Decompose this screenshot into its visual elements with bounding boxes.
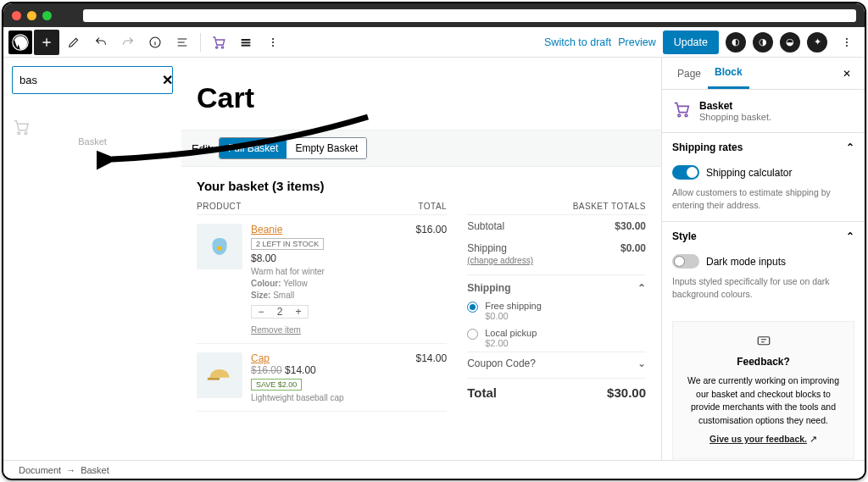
minimize-window-icon[interactable]: [27, 11, 36, 20]
cart-item: Beanie 2 LEFT IN STOCK $8.00 Warm hat fo…: [197, 215, 447, 344]
product-name-link[interactable]: Beanie: [251, 224, 396, 235]
chevron-up-icon: ⌃: [846, 230, 854, 242]
product-price: $14.00: [285, 364, 316, 376]
product-desc: Warm hat for winter: [251, 267, 396, 276]
switch-to-draft-link[interactable]: Switch to draft: [544, 36, 611, 48]
shipping-option[interactable]: Local pickup$2.00: [467, 324, 646, 352]
chevron-right-icon: →: [66, 465, 75, 475]
maximize-window-icon[interactable]: [42, 11, 52, 20]
stock-badge: 2 LEFT IN STOCK: [251, 238, 324, 250]
help-text: Allow customers to estimate shipping by …: [672, 186, 854, 211]
update-button[interactable]: Update: [663, 30, 719, 54]
badge-icon[interactable]: ◐: [726, 32, 746, 53]
save-badge: SAVE $2.00: [251, 379, 302, 391]
full-basket-tab[interactable]: Full Basket: [220, 138, 287, 158]
svg-point-13: [18, 132, 20, 135]
more-options-icon[interactable]: [260, 30, 286, 55]
product-name-link[interactable]: Cap: [251, 352, 396, 364]
editor-canvas[interactable]: Cart Edit: Full Basket Empty Basket Your…: [181, 58, 661, 460]
svg-rect-5: [242, 42, 251, 43]
feedback-link[interactable]: Give us your feedback.: [709, 434, 807, 444]
remove-item-link[interactable]: Remove item: [251, 325, 301, 335]
col-total-header: TOTAL: [418, 202, 447, 211]
svg-point-8: [272, 41, 274, 42]
svg-point-11: [846, 41, 848, 42]
svg-rect-16: [208, 378, 220, 380]
product-thumb[interactable]: [197, 224, 242, 269]
page-title[interactable]: Cart: [181, 58, 661, 130]
align-icon[interactable]: [233, 30, 259, 55]
undo-button[interactable]: [88, 30, 114, 55]
preview-link[interactable]: Preview: [618, 36, 655, 48]
breadcrumb[interactable]: Document → Basket: [3, 460, 865, 479]
cart-block-icon[interactable]: [206, 30, 231, 55]
outline-icon[interactable]: [170, 30, 195, 55]
empty-basket-tab[interactable]: Empty Basket: [287, 138, 366, 158]
coupon-toggle[interactable]: Coupon Code?: [467, 357, 536, 369]
shipping-option[interactable]: Free shipping$0.00: [467, 297, 646, 324]
edit-label: Edit:: [192, 142, 214, 155]
svg-point-7: [272, 37, 274, 39]
shipping-calc-toggle[interactable]: [672, 165, 699, 180]
dark-mode-toggle[interactable]: [672, 254, 699, 269]
block-result-label: Basket: [12, 136, 173, 147]
svg-rect-15: [217, 247, 222, 250]
badge-icon[interactable]: ◑: [753, 32, 773, 53]
svg-point-14: [25, 132, 27, 135]
svg-rect-6: [242, 44, 251, 46]
product-thumb[interactable]: [197, 352, 242, 398]
edit-icon[interactable]: [61, 30, 86, 55]
qty-minus-button[interactable]: −: [252, 306, 270, 318]
help-text: Inputs styled specifically for use on da…: [672, 275, 854, 300]
info-icon[interactable]: [142, 30, 168, 55]
svg-rect-4: [242, 39, 251, 41]
was-price: $16.00: [251, 364, 282, 376]
search-field[interactable]: [19, 74, 162, 86]
clear-search-icon[interactable]: ✕: [162, 72, 173, 88]
wordpress-logo[interactable]: [8, 30, 32, 54]
editor-toolbar: Switch to draft Preview Update ◐ ◑ ◒ ✦: [3, 27, 865, 58]
add-block-button[interactable]: [34, 30, 59, 55]
block-search-input[interactable]: ✕: [12, 66, 173, 94]
svg-point-18: [685, 114, 687, 117]
close-window-icon[interactable]: [12, 11, 21, 20]
section-style[interactable]: Style⌃: [662, 222, 865, 251]
basket-heading: Your basket (3 items): [197, 179, 646, 193]
shipping-section-toggle[interactable]: Shipping⌃: [467, 279, 646, 297]
radio-selected-icon[interactable]: [467, 302, 478, 313]
svg-point-12: [846, 44, 848, 46]
svg-rect-19: [758, 337, 770, 345]
address-bar[interactable]: [83, 9, 856, 22]
tab-block[interactable]: Block: [708, 58, 749, 89]
col-product-header: PRODUCT: [197, 202, 418, 211]
kebab-menu-icon[interactable]: [834, 30, 860, 55]
svg-point-10: [846, 37, 848, 39]
feedback-icon: [756, 334, 771, 349]
qty-value: 2: [270, 306, 289, 318]
chevron-down-icon: ⌄: [637, 357, 646, 369]
svg-point-3: [221, 46, 223, 47]
radio-icon[interactable]: [467, 329, 478, 340]
line-total: $14.00: [404, 352, 447, 402]
chevron-up-icon: ⌃: [846, 141, 854, 153]
svg-point-2: [216, 46, 218, 47]
settings-sidebar: Page Block ✕ Basket Shopping basket. Shi…: [661, 58, 865, 460]
basket-block-icon: [672, 100, 691, 119]
quantity-stepper[interactable]: − 2 +: [251, 305, 309, 319]
redo-button[interactable]: [115, 30, 141, 55]
change-address-link[interactable]: (change address): [467, 256, 533, 265]
qty-plus-button[interactable]: +: [289, 306, 308, 318]
cart-item: Cap $16.00 $14.00 SAVE $2.00 Lightweight…: [197, 344, 447, 412]
badge-icon[interactable]: ◒: [780, 32, 800, 53]
edit-mode-bar: Edit: Full Basket Empty Basket: [181, 130, 661, 167]
feedback-card: Feedback? We are currently working on im…: [672, 321, 854, 459]
close-sidebar-icon[interactable]: ✕: [837, 63, 856, 85]
tab-page[interactable]: Page: [670, 59, 708, 88]
totals-heading: BASKET TOTALS: [467, 198, 646, 215]
block-inserter-panel: ✕ Basket: [3, 58, 181, 460]
section-shipping-rates[interactable]: Shipping rates⌃: [662, 133, 865, 162]
block-result-basket[interactable]: Basket: [12, 118, 173, 147]
settings-icon[interactable]: ✦: [807, 32, 827, 53]
block-desc: Shopping basket.: [699, 112, 771, 122]
line-total: $16.00: [404, 224, 447, 335]
